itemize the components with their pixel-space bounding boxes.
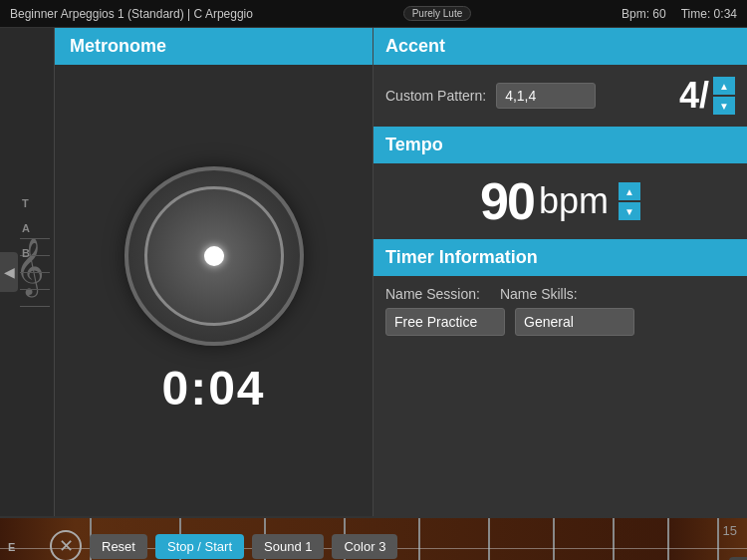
- accent-section: Accent: [374, 28, 747, 65]
- time-signature-container: 4/ ▲ ▼: [679, 75, 735, 117]
- top-bar-left: Beginner Arpeggios 1 (Standard) | C Arpe…: [10, 7, 253, 21]
- note-b: B: [22, 247, 30, 259]
- guitar-area: E A D G C ✕ Reset Stop / Start Sound 1 C…: [0, 516, 747, 560]
- custom-pattern-row: Custom Pattern: 4/ ▲ ▼: [374, 65, 747, 127]
- close-button[interactable]: ✕: [50, 530, 82, 560]
- timer-inputs-row: [385, 308, 735, 336]
- right-panel: Accent Custom Pattern: 4/ ▲ ▼ Tempo 90 b…: [374, 28, 747, 516]
- metronome-center-dot: [204, 246, 224, 266]
- tempo-body: 90 bpm ▲ ▼: [374, 163, 747, 239]
- main-area: ◀ 𝄞 T A B Metronome 4: [0, 28, 747, 516]
- metronome-outer-ring: [124, 166, 304, 346]
- name-skills-label: Name Skills:: [500, 286, 578, 302]
- time-signature-value: 4/: [679, 75, 709, 117]
- top-bar: Beginner Arpeggios 1 (Standard) | C Arpe…: [0, 0, 747, 28]
- side-sheet: 𝄞 T A B: [0, 28, 54, 516]
- fret-line-6: [488, 518, 490, 560]
- bpm-display: Bpm: 60: [622, 7, 666, 21]
- string-label-e: E: [8, 541, 15, 553]
- fret-line-10: [717, 518, 719, 560]
- timer-info-section: Timer Information: [374, 239, 747, 276]
- tempo-value: 90: [480, 171, 534, 231]
- fret-line-7: [553, 518, 555, 560]
- metronome-header: Metronome: [55, 28, 373, 65]
- tempo-up-button[interactable]: ▲: [619, 182, 640, 200]
- metronome-inner-ring: [144, 186, 284, 326]
- metronome-circle-container: 4: [124, 166, 304, 346]
- custom-pattern-input[interactable]: [496, 83, 596, 109]
- top-bar-right: Bpm: 60 Time: 0:34: [622, 7, 737, 21]
- app-logo: Purely Lute: [403, 6, 472, 21]
- reset-button[interactable]: Reset: [90, 534, 147, 559]
- name-session-label: Name Session:: [385, 286, 480, 302]
- custom-pattern-label: Custom Pattern:: [385, 88, 486, 104]
- tempo-down-button[interactable]: ▼: [619, 202, 640, 220]
- page-title: Beginner Arpeggios 1 (Standard) | C Arpe…: [10, 7, 253, 21]
- sound1-button[interactable]: Sound 1: [252, 534, 324, 559]
- metronome-panel: Metronome 4 0:04: [55, 28, 374, 516]
- timer-display: 0:04: [161, 361, 265, 416]
- tempo-unit: bpm: [539, 180, 609, 222]
- note-t: T: [22, 197, 29, 209]
- tempo-arrows: ▲ ▼: [619, 181, 640, 221]
- note-a: A: [22, 222, 30, 234]
- fret-number: 15: [723, 523, 737, 538]
- guitar-controls: ✕ Reset Stop / Start Sound 1 Color 3: [50, 530, 397, 560]
- time-signature-arrows: ▲ ▼: [713, 76, 735, 116]
- timer-info-body: Name Session: Name Skills:: [374, 276, 747, 516]
- timer-labels-row: Name Session: Name Skills:: [385, 286, 735, 302]
- time-display: Time: 0:34: [681, 7, 737, 21]
- stop-start-button[interactable]: Stop / Start: [155, 534, 244, 559]
- color3-button[interactable]: Color 3: [332, 534, 397, 559]
- sheet-panel: ◀ 𝄞 T A B: [0, 28, 55, 516]
- fret-line-9: [667, 518, 669, 560]
- staff-lines: [20, 28, 50, 516]
- fret-line-5: [418, 518, 420, 560]
- fret-line-8: [613, 518, 615, 560]
- metronome-body: 4 0:04: [55, 65, 373, 516]
- session-input[interactable]: [385, 308, 505, 336]
- tempo-section: Tempo: [374, 127, 747, 163]
- time-sig-up-button[interactable]: ▲: [713, 77, 735, 95]
- time-sig-down-button[interactable]: ▼: [713, 97, 735, 115]
- skills-input[interactable]: [515, 308, 634, 336]
